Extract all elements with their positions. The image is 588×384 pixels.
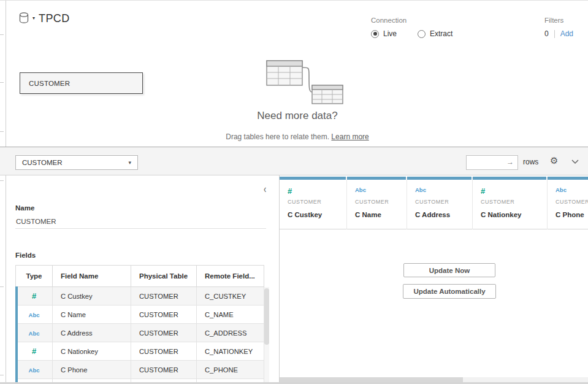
relationship-canvas: CUSTOMER Need <box>7 47 588 147</box>
page-title: TPCD <box>39 12 70 25</box>
filters-label: Filters <box>544 17 573 24</box>
table-name-input[interactable] <box>15 214 266 229</box>
table-select-dropdown[interactable]: CUSTOMER ▾ <box>15 155 138 170</box>
divider <box>554 30 555 38</box>
grid-column-c-nationkey[interactable]: # CUSTOMER C Nationkey <box>473 177 548 229</box>
fields-table: Type Field Name Physical Table Remote Fi… <box>15 265 264 384</box>
field-row[interactable]: Abc C Address CUSTOMER C_ADDRESS <box>16 324 264 342</box>
connection-label: Connection <box>371 17 473 24</box>
table-details-panel: ‹ Name Fields Type Field Name Physical T… <box>7 176 279 384</box>
database-icon <box>18 12 31 26</box>
number-type-icon: # <box>32 347 36 356</box>
column-accent-strip <box>407 177 472 180</box>
fields-header-row: Type Field Name Physical Table Remote Fi… <box>16 266 264 287</box>
update-automatically-button[interactable]: Update Automatically <box>403 284 496 299</box>
apply-rows-arrow-icon[interactable]: → <box>506 158 514 166</box>
column-accent-strip <box>473 177 546 180</box>
chevron-down-icon: ▾ <box>32 15 35 21</box>
connection-section: Connection Live Extract <box>371 17 473 38</box>
name-label: Name <box>15 204 34 212</box>
grid-column-c-custkey[interactable]: # CUSTOMER C Custkey <box>280 177 347 229</box>
filters-section: Filters 0 Add <box>544 17 573 38</box>
radio-live[interactable]: Live <box>371 29 397 38</box>
data-grid-header: # CUSTOMER C Custkey Abc CUSTOMER C Name… <box>280 177 588 229</box>
col-field-name[interactable]: Field Name <box>53 266 131 287</box>
filters-add-link[interactable]: Add <box>560 29 573 38</box>
col-remote-field[interactable]: Remote Field... <box>197 266 264 287</box>
grid-toolbar: CUSTOMER ▾ → rows ⚙ <box>0 147 588 175</box>
table-accent-bar <box>15 286 18 384</box>
fields-vertical-scrollbar[interactable] <box>264 287 269 384</box>
string-type-icon: Abc <box>355 186 366 193</box>
canvas-empty-state: Need more data? Drag tables here to rela… <box>7 47 588 147</box>
column-accent-strip <box>280 177 346 180</box>
filters-count: 0 <box>544 29 549 38</box>
number-type-icon: # <box>32 291 36 301</box>
string-type-icon: Abc <box>415 186 426 193</box>
number-type-icon: # <box>288 186 292 196</box>
update-now-button[interactable]: Update Now <box>403 263 495 277</box>
datasource-page: ▾ TPCD Connection Live Extract Filters 0 <box>0 0 588 384</box>
col-physical-table[interactable]: Physical Table <box>131 266 197 287</box>
empty-state-title: Need more data? <box>7 110 588 122</box>
grid-column-c-phone[interactable]: Abc CUSTOMER C Phone <box>548 177 588 229</box>
radio-live-control[interactable] <box>371 30 379 38</box>
collapse-panel-icon[interactable]: ‹ <box>264 182 266 195</box>
grid-column-c-address[interactable]: Abc CUSTOMER C Address <box>407 177 473 229</box>
field-row[interactable]: Abc C Name CUSTOMER C_NAME <box>16 305 264 324</box>
field-row[interactable]: Abc C Phone CUSTOMER C_PHONE <box>16 361 264 379</box>
field-row[interactable]: # C Custkey CUSTOMER C_CUSTKEY <box>16 287 264 305</box>
number-type-icon: # <box>481 186 485 196</box>
data-grid: # CUSTOMER C Custkey Abc CUSTOMER C Name… <box>280 175 588 384</box>
grid-column-c-name[interactable]: Abc CUSTOMER C Name <box>347 177 407 229</box>
relate-tables-illustration <box>248 57 353 106</box>
left-pane-collapsed-strip[interactable] <box>0 1 6 384</box>
rows-label: rows <box>523 158 538 166</box>
radio-extract-control[interactable] <box>418 30 426 38</box>
field-row[interactable]: # C Nationkey CUSTOMER C_NATIONKEY <box>16 342 264 361</box>
string-type-icon: Abc <box>29 330 40 337</box>
chevron-down-icon[interactable] <box>571 159 579 164</box>
empty-state-subtitle: Drag tables here to relate them. Learn m… <box>7 132 588 141</box>
string-type-icon: Abc <box>556 186 567 193</box>
datasource-header: ▾ TPCD Connection Live Extract Filters 0 <box>7 1 588 47</box>
chevron-down-icon: ▾ <box>128 159 131 166</box>
string-type-icon: Abc <box>29 312 40 318</box>
column-accent-strip <box>347 177 406 180</box>
fields-label: Fields <box>15 252 36 259</box>
col-type[interactable]: Type <box>16 266 53 287</box>
radio-extract[interactable]: Extract <box>418 29 452 38</box>
database-icon-menu[interactable]: ▾ <box>18 12 35 26</box>
scrollbar-thumb[interactable] <box>264 288 269 345</box>
learn-more-link[interactable]: Learn more <box>331 132 368 141</box>
column-accent-strip <box>548 177 588 180</box>
gear-icon[interactable]: ⚙ <box>550 156 558 165</box>
string-type-icon: Abc <box>29 367 40 374</box>
